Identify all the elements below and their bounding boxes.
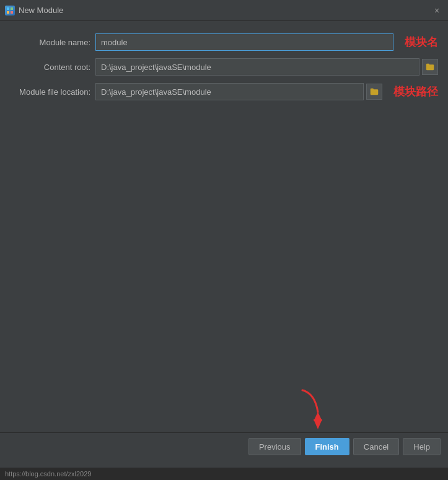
content-spacer	[10, 108, 438, 420]
cancel-button[interactable]: Cancel	[353, 438, 399, 455]
content-root-row: Content root:	[10, 58, 438, 76]
module-name-input[interactable]	[95, 33, 393, 51]
app-icon	[5, 6, 15, 15]
arrow-annotation	[290, 387, 327, 430]
dialog-title: New Module	[19, 6, 431, 15]
content-root-input-wrapper	[95, 58, 438, 76]
module-name-row: Module name: 模块名	[10, 33, 438, 51]
close-button[interactable]: ×	[431, 4, 443, 17]
module-file-location-row: Module file location: 模块路径	[10, 83, 438, 100]
previous-button[interactable]: Previous	[248, 438, 301, 455]
title-bar: New Module ×	[0, 0, 448, 21]
svg-rect-1	[11, 7, 13, 10]
module-file-location-label: Module file location:	[10, 87, 90, 97]
module-path-annotation: 模块路径	[393, 84, 438, 99]
module-file-location-input-wrapper	[95, 83, 382, 100]
status-url: https://blog.csdn.net/zxl2029	[5, 470, 91, 478]
module-file-location-input[interactable]	[95, 83, 364, 100]
module-name-label: Module name:	[10, 38, 90, 47]
finish-button[interactable]: Finish	[305, 438, 349, 455]
help-button[interactable]: Help	[403, 438, 441, 455]
dialog-content: Module name: 模块名 Content root: Module fi…	[0, 21, 448, 432]
module-name-input-wrapper	[95, 33, 393, 51]
module-file-location-folder-button[interactable]	[366, 84, 382, 100]
svg-rect-2	[7, 11, 9, 14]
content-root-folder-button[interactable]	[422, 59, 438, 75]
content-root-label: Content root:	[10, 63, 90, 72]
status-bar: https://blog.csdn.net/zxl2029	[0, 468, 448, 480]
button-row: Previous Finish Cancel Help	[0, 432, 448, 460]
svg-rect-0	[7, 7, 9, 10]
svg-rect-3	[11, 11, 13, 14]
bottom-section: Previous Finish Cancel Help	[0, 432, 448, 468]
module-name-annotation: 模块名	[405, 35, 438, 50]
svg-marker-4	[314, 419, 322, 429]
content-root-input[interactable]	[95, 58, 419, 76]
